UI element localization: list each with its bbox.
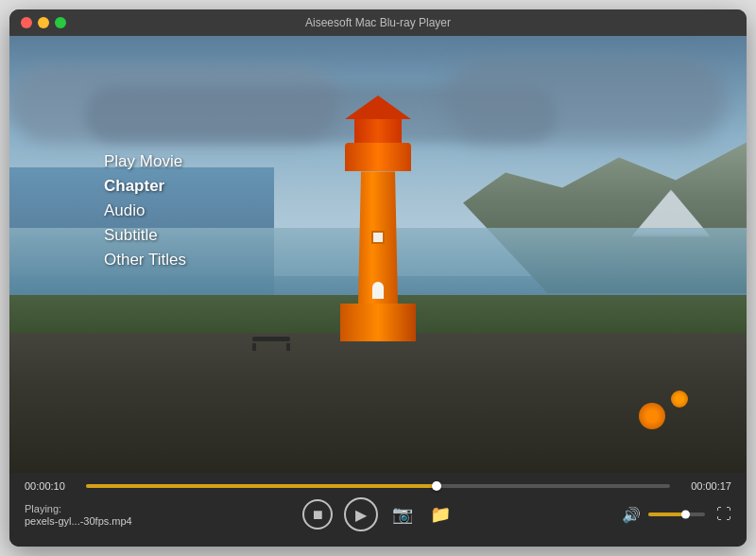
stop-icon: ⏹ xyxy=(311,507,324,522)
progress-bar[interactable] xyxy=(86,484,670,488)
bench xyxy=(252,337,290,351)
window-title: Aiseesoft Mac Blu-ray Player xyxy=(305,16,451,29)
volume-thumb xyxy=(681,511,690,519)
orb-large xyxy=(639,403,665,429)
lighthouse xyxy=(340,96,416,341)
volume-fill xyxy=(648,513,685,516)
play-button[interactable]: ▶ xyxy=(344,497,378,531)
lighthouse-base xyxy=(340,304,416,341)
progress-section: 00:00:10 00:00:17 xyxy=(25,473,731,492)
menu-item-subtitle[interactable]: Subtitle xyxy=(104,226,186,245)
progress-fill xyxy=(86,484,437,488)
menu-list: Play Movie Chapter Audio Subtitle Other … xyxy=(104,152,186,269)
now-playing-label: Playing: xyxy=(25,503,157,514)
maximize-button[interactable] xyxy=(55,17,66,28)
bench-leg-left xyxy=(252,343,256,351)
now-playing-info: Playing: pexels-gyl...-30fps.mp4 xyxy=(25,503,157,527)
player-area: Play Movie Chapter Audio Subtitle Other … xyxy=(9,36,747,473)
orb-small xyxy=(671,391,688,408)
right-controls: 🔊 ⛶ xyxy=(599,506,731,524)
now-playing-filename: pexels-gyl...-30fps.mp4 xyxy=(25,515,157,527)
time-current: 00:00:10 xyxy=(25,480,77,492)
center-controls: ⏹ ▶ 📷 📁 xyxy=(302,497,454,531)
volume-bar[interactable] xyxy=(648,513,705,516)
folder-icon: 📁 xyxy=(430,504,451,525)
lighthouse-tower xyxy=(350,171,406,304)
traffic-lights xyxy=(21,17,66,28)
menu-item-other-titles[interactable]: Other Titles xyxy=(104,251,186,269)
volume-icon: 🔊 xyxy=(622,506,641,524)
beach-ground xyxy=(9,320,747,473)
titlebar: Aiseesoft Mac Blu-ray Player xyxy=(9,9,747,36)
player-window: Aiseesoft Mac Blu-ray Player xyxy=(9,9,747,547)
folder-button[interactable]: 📁 xyxy=(427,501,454,528)
menu-item-audio[interactable]: Audio xyxy=(104,201,186,220)
fullscreen-button[interactable]: ⛶ xyxy=(716,506,731,523)
bench-legs xyxy=(252,343,290,351)
controls-bar: 00:00:10 00:00:17 Playing: pexels-gyl...… xyxy=(9,473,747,547)
progress-thumb xyxy=(432,481,441,491)
lighthouse-lightroom xyxy=(354,119,402,143)
menu-item-chapter[interactable]: Chapter xyxy=(104,177,186,196)
play-icon: ▶ xyxy=(355,506,367,524)
screenshot-button[interactable]: 📷 xyxy=(389,501,416,528)
lighthouse-roof xyxy=(345,96,411,119)
bottom-row: Playing: pexels-gyl...-30fps.mp4 ⏹ ▶ 📷 📁 xyxy=(25,492,731,531)
screenshot-icon: 📷 xyxy=(392,504,413,525)
lighthouse-top xyxy=(345,143,411,171)
bench-top xyxy=(252,337,290,341)
fullscreen-icon: ⛶ xyxy=(716,506,731,522)
time-total: 00:00:17 xyxy=(679,480,731,492)
lighthouse-window xyxy=(371,231,385,244)
close-button[interactable] xyxy=(21,17,32,28)
bench-leg-right xyxy=(286,343,290,351)
video-frame: Play Movie Chapter Audio Subtitle Other … xyxy=(9,36,747,473)
lighthouse-door xyxy=(372,282,384,299)
minimize-button[interactable] xyxy=(38,17,49,28)
stop-button[interactable]: ⏹ xyxy=(302,499,333,530)
menu-item-play-movie[interactable]: Play Movie xyxy=(104,152,186,171)
